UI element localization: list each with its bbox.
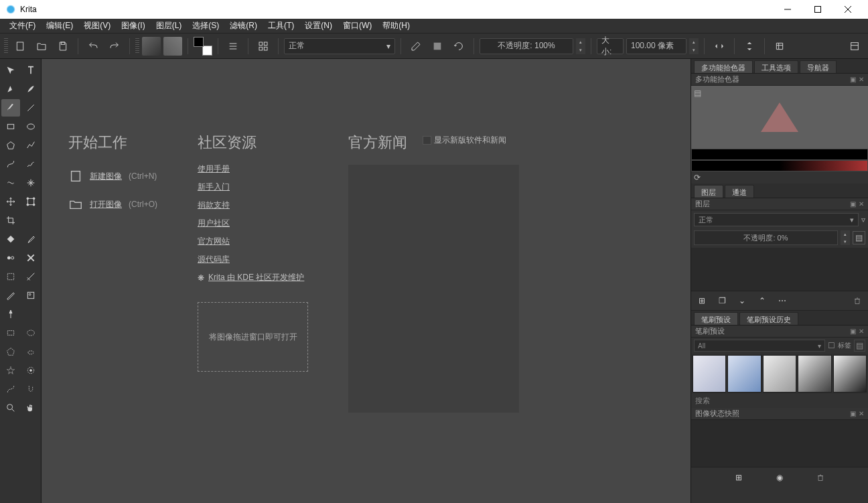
size-field[interactable]: 100.00 像素 [626,38,686,54]
close-panel-icon[interactable]: ✕ [859,328,864,335]
tool-transform[interactable] [1,62,20,79]
view-mode-icon[interactable]: ▤ [854,340,865,352]
link-user-community[interactable]: 用户社区 [198,218,308,229]
snapshot-list[interactable] [691,420,868,467]
brush-settings-button[interactable] [224,37,242,56]
tool-move[interactable] [1,193,20,210]
tool-pan[interactable] [21,399,40,417]
toolbar-handle-icon[interactable] [4,38,8,54]
opacity-spinner[interactable]: ▴▾ [576,38,585,54]
tool-select-rect[interactable] [1,324,20,342]
tool-measure[interactable] [1,287,20,304]
layer-blend-dropdown[interactable]: 正常▾ [694,213,859,226]
tool-dynamic-brush[interactable] [1,174,20,192]
alpha-lock-button[interactable] [428,37,447,56]
brush-preset-item[interactable] [693,355,726,392]
show-news-checkbox[interactable]: 显示新版软件和新闻 [423,135,506,146]
link-manual[interactable]: 使用手册 [198,163,308,175]
layer-down-button[interactable]: ⌄ [735,294,749,307]
tool-multibrush[interactable] [21,174,40,192]
bookmark-icon[interactable]: ☐ [828,341,835,350]
minimize-button[interactable] [772,0,802,19]
tool-select-contiguous[interactable] [1,362,20,379]
tool-brush[interactable] [1,99,20,117]
reload-brush-button[interactable] [449,37,468,56]
tab-tool-options[interactable]: 工具选项 [754,60,798,73]
tab-brush-presets[interactable]: 笔刷预设 [694,312,738,325]
tool-crop[interactable] [1,212,20,229]
fg-bg-color-selector[interactable] [194,37,212,56]
brush-preset-item[interactable] [727,355,761,392]
menu-help[interactable]: 帮助(H) [378,19,414,33]
tool-smart-patch[interactable] [1,268,20,285]
redo-button[interactable] [105,37,124,56]
menu-window[interactable]: 窗口(W) [339,19,376,33]
open-image-link[interactable]: 打开图像 (Ctrl+O) [68,197,157,212]
tool-select-bezier[interactable] [1,380,20,398]
new-image-link[interactable]: 新建图像 (Ctrl+N) [68,169,157,184]
new-file-button[interactable] [11,37,29,56]
tool-edit-shapes[interactable] [1,80,20,98]
tab-channels[interactable]: 通道 [725,185,754,198]
capture-snapshot-button[interactable]: ◉ [772,470,787,485]
tab-layers[interactable]: 图层 [694,185,723,198]
color-selector[interactable]: ▤ [691,86,868,149]
close-button[interactable] [833,0,863,19]
mirror-v-button[interactable] [740,37,759,56]
eraser-button[interactable] [407,37,425,56]
menu-layer[interactable]: 图层(L) [152,19,186,33]
menu-settings[interactable]: 设置(N) [301,19,336,33]
brush-preset-item[interactable] [833,355,867,392]
tool-select-magnetic[interactable] [21,380,40,398]
drop-zone[interactable]: 将图像拖进窗口即可打开 [198,302,308,372]
link-website[interactable]: 官方网站 [198,236,308,247]
toolbar-handle-icon[interactable] [135,38,139,54]
menu-file[interactable]: 文件(F) [5,19,40,33]
layer-up-button[interactable]: ⌃ [755,294,769,307]
close-panel-icon[interactable]: ✕ [859,200,864,208]
link-source[interactable]: 源代码库 [198,254,308,265]
tool-zoom[interactable] [1,399,20,417]
workspace-chooser-button[interactable] [845,37,864,56]
color-history-bars[interactable] [691,149,868,171]
tool-select-polygon[interactable] [1,343,20,360]
link-donate[interactable]: 捐款支持 [198,200,308,211]
tool-reference[interactable] [21,287,40,304]
refresh-color-icon[interactable]: ⟳ [694,173,701,182]
mirror-h-button[interactable] [710,37,729,56]
layer-opacity-slider[interactable]: 不透明度: 0% [694,230,838,245]
tool-assistant[interactable] [21,268,40,285]
layer-properties-button[interactable]: ⋯ [776,294,789,307]
tool-gradient[interactable] [1,249,20,267]
opacity-field[interactable]: 不透明度: 100% [480,38,573,54]
tool-transform-tool[interactable] [21,193,40,210]
tool-calligraphy[interactable] [21,80,40,98]
workspace-button[interactable] [254,37,273,56]
menu-image[interactable]: 图像(I) [117,19,149,33]
menu-edit[interactable]: 编辑(E) [42,19,77,33]
delete-layer-button[interactable] [851,294,864,307]
layer-list[interactable] [691,248,868,291]
float-icon[interactable]: ▣ [850,328,856,335]
brush-filter-dropdown[interactable]: All▾ [694,340,825,352]
maximize-button[interactable] [802,0,833,19]
menu-view[interactable]: 视图(V) [80,19,115,33]
tool-pin[interactable] [1,305,20,323]
wrap-mode-button[interactable] [770,37,789,56]
tool-ellipse[interactable] [21,118,40,135]
size-spinner[interactable]: ▴▾ [689,38,699,54]
menu-select[interactable]: 选择(S) [188,19,223,33]
brush-preset-item[interactable] [798,355,831,392]
layer-options-icon[interactable]: ▤ [853,231,865,244]
link-getting-started[interactable]: 新手入门 [198,182,308,193]
tab-navigator[interactable]: 导航器 [800,60,837,73]
close-panel-icon[interactable]: ✕ [859,76,864,83]
menu-filter[interactable]: 滤镜(R) [226,19,261,33]
filter-icon[interactable]: ▿ [861,215,865,224]
undo-button[interactable] [84,37,102,56]
tool-polyline[interactable] [21,137,40,154]
float-icon[interactable]: ▣ [850,200,856,208]
tool-freehand-path[interactable] [21,155,40,173]
tool-pattern-edit[interactable] [21,249,40,267]
brush-search[interactable]: 搜索 [691,394,868,408]
